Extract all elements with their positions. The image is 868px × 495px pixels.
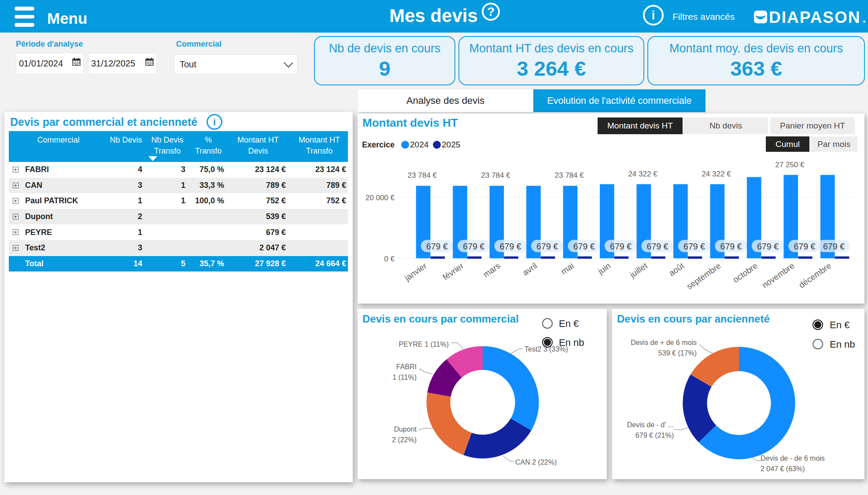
svg-text:mai: mai bbox=[559, 261, 576, 276]
svg-text:679 €: 679 € bbox=[823, 242, 845, 251]
svg-text:23 784 €: 23 784 € bbox=[555, 171, 584, 180]
svg-text:juillet: juillet bbox=[628, 261, 649, 280]
svg-text:679 €: 679 € bbox=[426, 242, 448, 251]
svg-text:679 €: 679 € bbox=[794, 242, 815, 251]
svg-text:0 €: 0 € bbox=[384, 255, 395, 263]
svg-text:23 784 €: 23 784 € bbox=[408, 171, 437, 180]
svg-text:679 €: 679 € bbox=[536, 242, 558, 251]
svg-text:août: août bbox=[667, 261, 686, 278]
svg-text:679 €: 679 € bbox=[720, 242, 742, 251]
svg-text:janvier: janvier bbox=[403, 261, 428, 283]
svg-text:679 €: 679 € bbox=[463, 242, 484, 251]
svg-text:679 €: 679 € bbox=[683, 242, 705, 251]
svg-text:27 250 €: 27 250 € bbox=[775, 161, 805, 169]
svg-text:juin: juin bbox=[596, 261, 612, 276]
svg-text:mars: mars bbox=[481, 261, 502, 279]
svg-text:février: février bbox=[441, 261, 465, 282]
svg-text:20 000 €: 20 000 € bbox=[366, 194, 395, 202]
svg-text:679 €: 679 € bbox=[500, 242, 521, 251]
svg-text:avril: avril bbox=[521, 261, 539, 277]
svg-text:novembre: novembre bbox=[760, 261, 796, 290]
svg-text:679 €: 679 € bbox=[610, 242, 632, 251]
svg-text:679 €: 679 € bbox=[757, 242, 779, 251]
svg-text:24 322 €: 24 322 € bbox=[702, 170, 731, 178]
svg-text:679 €: 679 € bbox=[573, 242, 595, 251]
svg-text:septembre: septembre bbox=[685, 261, 723, 291]
svg-text:DIAPASON: DIAPASON bbox=[769, 11, 861, 25]
svg-text:23 784 €: 23 784 € bbox=[481, 171, 511, 180]
svg-text:679 €: 679 € bbox=[647, 242, 669, 251]
svg-text:24 322 €: 24 322 € bbox=[628, 170, 657, 178]
svg-text:octobre: octobre bbox=[731, 261, 759, 285]
svg-text:décembre: décembre bbox=[797, 261, 833, 290]
